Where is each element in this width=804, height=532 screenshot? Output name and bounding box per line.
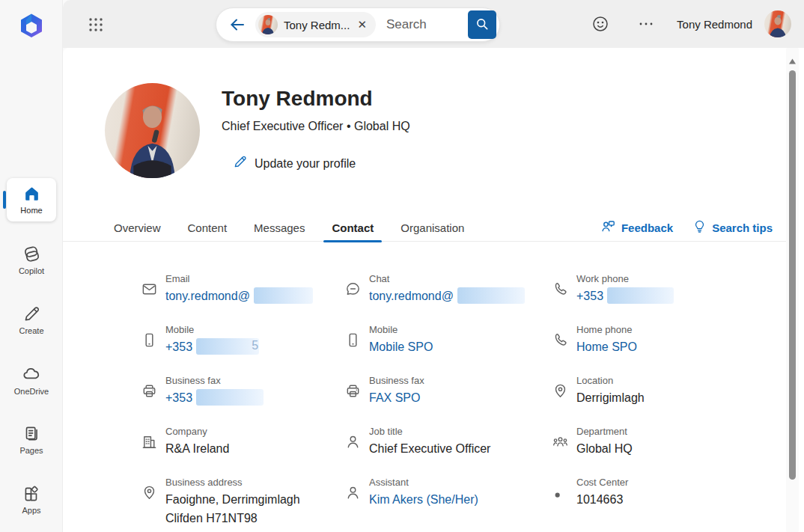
contact-field-mobile-2: Mobile Mobile SPO	[344, 322, 552, 373]
building-icon	[141, 433, 159, 474]
dismiss-icon[interactable]: ✕	[356, 18, 368, 31]
m365-search-profile-page: Home Copilot Create	[0, 0, 804, 532]
location-pin-icon	[141, 484, 159, 528]
field-label: Home phone	[576, 322, 637, 335]
profile-photo	[105, 83, 200, 178]
onedrive-cloud-icon	[21, 364, 42, 385]
field-label: Mobile	[369, 322, 433, 335]
mobile-value-link[interactable]: +353	[165, 340, 192, 353]
address-line-1: Faoighne, Derrimgimlagh	[165, 491, 300, 509]
active-indicator	[3, 191, 6, 209]
contact-column-3: Work phone +353 Home phone Home SPO	[552, 271, 749, 528]
vertical-scrollbar[interactable]	[786, 48, 799, 532]
search-input[interactable]	[385, 16, 468, 33]
sidebar-item-apps[interactable]: Apps	[7, 477, 56, 521]
field-label: Chat	[369, 271, 525, 284]
rail-items: Home Copilot Create	[0, 178, 63, 521]
redaction-blur	[457, 287, 525, 304]
sidebar-item-copilot[interactable]: Copilot	[7, 238, 56, 281]
person-feedback-icon	[600, 218, 616, 236]
person-job-subtitle: Chief Executive Officer • Global HQ	[222, 120, 410, 133]
apps-icon	[22, 484, 41, 504]
topbar-right-cluster: Tony Redmond	[591, 0, 791, 48]
profile-content: Tony Redmond Chief Executive Officer • G…	[63, 48, 804, 532]
field-label: Department	[576, 424, 633, 437]
feedback-label: Feedback	[621, 221, 673, 234]
sidebar-item-label: Create	[19, 326, 43, 335]
header-action-links: Feedback Search tips	[600, 218, 773, 236]
contact-field-cost-center: Cost Center 1014663	[552, 474, 749, 525]
job-title-value: Chief Executive Officer	[369, 440, 490, 458]
sidebar-item-create[interactable]: Create	[7, 298, 56, 341]
contact-field-location: Location Derrigimlagh	[552, 373, 749, 424]
home-phone-link[interactable]: Home SPO	[576, 340, 637, 353]
location-pin-icon	[552, 382, 570, 424]
cost-center-value: 1014663	[576, 491, 628, 509]
field-label: Cost Center	[576, 474, 628, 488]
chat-value-link[interactable]: tony.redmond@	[369, 290, 454, 302]
redaction-blur	[254, 287, 313, 304]
sidebar-item-label: OneDrive	[14, 387, 49, 396]
account-avatar[interactable]	[764, 10, 791, 37]
sidebar-item-onedrive[interactable]: OneDrive	[7, 358, 56, 401]
address-line-2: Clifden H71NT98	[165, 510, 300, 528]
search-tips-link[interactable]: Search tips	[692, 219, 773, 236]
person-photo-avatar	[258, 15, 278, 34]
tab-overview[interactable]: Overview	[106, 214, 169, 242]
search-button[interactable]	[468, 10, 496, 39]
contact-field-business-address: Business address Faoighne, Derrimgimlagh…	[141, 474, 344, 528]
tab-organisation[interactable]: Organisation	[392, 214, 472, 242]
mail-icon	[141, 281, 159, 322]
fax-printer-icon	[141, 382, 159, 424]
search-box[interactable]: Tony Redm... ✕	[216, 7, 500, 42]
contact-field-chat: Chat tony.redmond@	[344, 271, 552, 322]
field-label: Mobile	[165, 322, 259, 335]
microsoft-365-logo[interactable]	[16, 11, 47, 43]
field-label: Assistant	[369, 474, 478, 488]
email-value-link[interactable]: tony.redmond@	[165, 290, 250, 302]
bullet-dot-icon	[552, 489, 570, 525]
search-magnifier-icon	[475, 16, 490, 34]
location-value: Derrigimlagh	[576, 389, 645, 407]
update-profile-link[interactable]: Update your profile	[232, 154, 356, 173]
redaction-suffix: 5	[252, 337, 258, 355]
sidebar-item-pages[interactable]: Pages	[7, 418, 56, 461]
feedback-smiley-icon[interactable]	[591, 15, 609, 33]
sidebar-item-label: Pages	[19, 446, 43, 455]
scroll-up-arrow-icon[interactable]	[788, 55, 797, 62]
phone-handset-icon	[552, 281, 570, 322]
back-arrow-icon[interactable]	[228, 16, 246, 34]
scrollbar-thumb[interactable]	[789, 70, 796, 480]
feedback-link[interactable]: Feedback	[600, 218, 673, 236]
contact-column-1: Email tony.redmond@ Mobile +3535	[141, 271, 344, 528]
field-label: Location	[576, 373, 645, 386]
app-launcher-icon[interactable]	[81, 10, 111, 40]
pencil-icon	[232, 154, 248, 173]
account-name[interactable]: Tony Redmond	[677, 18, 752, 31]
tab-messages[interactable]: Messages	[246, 214, 313, 242]
field-label: Business address	[165, 474, 300, 488]
contact-field-home-phone: Home phone Home SPO	[552, 322, 749, 373]
tab-contact[interactable]: Contact	[323, 214, 382, 242]
contact-field-email: Email tony.redmond@	[141, 271, 344, 322]
contact-field-mobile: Mobile +3535	[141, 322, 344, 373]
sidebar-item-home[interactable]: Home	[7, 178, 56, 221]
chip-label: Tony Redm...	[284, 19, 350, 31]
contact-field-company: Company R&A Ireland	[141, 424, 344, 474]
create-pencil-icon	[22, 305, 41, 324]
company-value: R&A Ireland	[165, 440, 229, 458]
fax-spo-link[interactable]: FAX SPO	[369, 391, 420, 404]
contact-field-job-title: Job title Chief Executive Officer	[344, 424, 552, 474]
tab-content[interactable]: Content	[180, 214, 236, 242]
more-options-icon[interactable]	[638, 16, 654, 32]
work-phone-link[interactable]: +353	[576, 290, 603, 302]
mobile-spo-link[interactable]: Mobile SPO	[369, 340, 433, 353]
assistant-link[interactable]: Kim Akers (She/Her)	[369, 493, 478, 506]
search-person-chip[interactable]: Tony Redm... ✕	[255, 12, 376, 37]
fax-value-link[interactable]: +353	[165, 391, 192, 404]
smartphone-icon	[141, 331, 159, 373]
field-label: Email	[165, 271, 313, 284]
contact-column-2: Chat tony.redmond@ Mobile Mobile SPO	[344, 271, 552, 528]
redaction-blur	[196, 389, 264, 406]
phone-handset-icon	[552, 331, 570, 373]
